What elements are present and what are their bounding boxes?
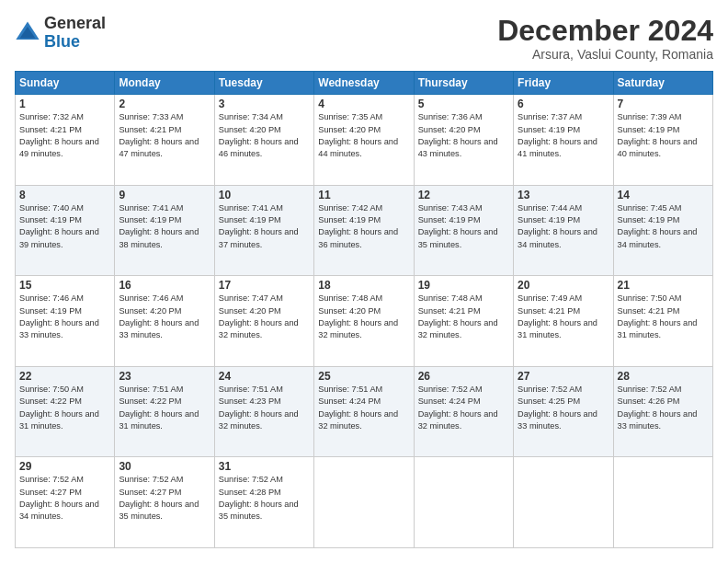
page: General Blue December 2024 Arsura, Vaslu…: [0, 0, 728, 563]
day-number: 7: [618, 98, 709, 110]
day-number: 11: [318, 189, 409, 201]
day-info: Sunrise: 7:41 AMSunset: 4:19 PMDaylight:…: [219, 203, 299, 249]
day-info: Sunrise: 7:40 AMSunset: 4:19 PMDaylight:…: [19, 203, 99, 249]
table-row: 4Sunrise: 7:35 AMSunset: 4:20 PMDaylight…: [314, 95, 414, 186]
day-info: Sunrise: 7:51 AMSunset: 4:22 PMDaylight:…: [119, 385, 199, 431]
table-row: 11Sunrise: 7:42 AMSunset: 4:19 PMDayligh…: [314, 185, 414, 276]
day-number: 15: [19, 279, 110, 292]
day-number: 10: [219, 189, 310, 201]
table-row: 2Sunrise: 7:33 AMSunset: 4:21 PMDaylight…: [115, 95, 214, 186]
calendar-week-row: 8Sunrise: 7:40 AMSunset: 4:19 PMDaylight…: [16, 185, 713, 276]
day-number: 6: [518, 98, 609, 110]
header: General Blue December 2024 Arsura, Vaslu…: [15, 15, 713, 62]
table-row: 9Sunrise: 7:41 AMSunset: 4:19 PMDaylight…: [115, 185, 214, 276]
col-friday: Friday: [514, 72, 613, 95]
day-number: 20: [518, 279, 609, 292]
title-block: December 2024 Arsura, Vaslui County, Rom…: [497, 15, 713, 62]
month-title: December 2024: [497, 15, 713, 47]
day-number: 24: [219, 370, 310, 383]
day-info: Sunrise: 7:35 AMSunset: 4:20 PMDaylight:…: [318, 112, 398, 158]
day-number: 25: [318, 370, 409, 383]
day-info: Sunrise: 7:46 AMSunset: 4:19 PMDaylight:…: [19, 293, 99, 339]
day-info: Sunrise: 7:34 AMSunset: 4:20 PMDaylight:…: [219, 112, 299, 158]
col-tuesday: Tuesday: [214, 72, 313, 95]
table-row: [414, 457, 513, 548]
day-info: Sunrise: 7:52 AMSunset: 4:28 PMDaylight:…: [219, 475, 299, 521]
table-row: 15Sunrise: 7:46 AMSunset: 4:19 PMDayligh…: [16, 276, 115, 367]
day-info: Sunrise: 7:50 AMSunset: 4:22 PMDaylight:…: [19, 385, 99, 431]
table-row: [613, 457, 712, 548]
day-info: Sunrise: 7:52 AMSunset: 4:26 PMDaylight:…: [618, 385, 698, 431]
day-info: Sunrise: 7:46 AMSunset: 4:20 PMDaylight:…: [119, 293, 199, 339]
day-number: 23: [119, 370, 210, 383]
table-row: 6Sunrise: 7:37 AMSunset: 4:19 PMDaylight…: [514, 95, 613, 186]
table-row: 19Sunrise: 7:48 AMSunset: 4:21 PMDayligh…: [414, 276, 513, 367]
table-row: 30Sunrise: 7:52 AMSunset: 4:27 PMDayligh…: [115, 457, 214, 548]
day-info: Sunrise: 7:48 AMSunset: 4:20 PMDaylight:…: [318, 293, 398, 339]
day-info: Sunrise: 7:41 AMSunset: 4:19 PMDaylight:…: [119, 203, 199, 249]
table-row: 22Sunrise: 7:50 AMSunset: 4:22 PMDayligh…: [16, 366, 115, 457]
day-number: 16: [119, 279, 210, 292]
col-sunday: Sunday: [16, 72, 115, 95]
table-row: 28Sunrise: 7:52 AMSunset: 4:26 PMDayligh…: [613, 366, 712, 457]
day-number: 4: [318, 98, 409, 110]
day-info: Sunrise: 7:45 AMSunset: 4:19 PMDaylight:…: [618, 203, 698, 249]
day-info: Sunrise: 7:47 AMSunset: 4:20 PMDaylight:…: [219, 293, 299, 339]
table-row: 10Sunrise: 7:41 AMSunset: 4:19 PMDayligh…: [214, 185, 313, 276]
table-row: [314, 457, 414, 548]
day-number: 17: [219, 279, 310, 292]
day-number: 29: [19, 460, 110, 473]
day-info: Sunrise: 7:43 AMSunset: 4:19 PMDaylight:…: [418, 203, 498, 249]
calendar-week-row: 1Sunrise: 7:32 AMSunset: 4:21 PMDaylight…: [16, 95, 713, 186]
table-row: 16Sunrise: 7:46 AMSunset: 4:20 PMDayligh…: [115, 276, 214, 367]
day-info: Sunrise: 7:42 AMSunset: 4:19 PMDaylight:…: [318, 203, 398, 249]
day-number: 2: [119, 98, 210, 110]
day-number: 22: [19, 370, 110, 383]
day-number: 21: [618, 279, 709, 292]
calendar-week-row: 22Sunrise: 7:50 AMSunset: 4:22 PMDayligh…: [16, 366, 713, 457]
table-row: 24Sunrise: 7:51 AMSunset: 4:23 PMDayligh…: [214, 366, 313, 457]
table-row: 12Sunrise: 7:43 AMSunset: 4:19 PMDayligh…: [414, 185, 513, 276]
day-number: 28: [618, 370, 709, 383]
day-number: 14: [618, 189, 709, 201]
day-info: Sunrise: 7:37 AMSunset: 4:19 PMDaylight:…: [518, 112, 597, 158]
calendar-table: Sunday Monday Tuesday Wednesday Thursday…: [15, 71, 713, 548]
day-info: Sunrise: 7:51 AMSunset: 4:23 PMDaylight:…: [219, 385, 299, 431]
table-row: 20Sunrise: 7:49 AMSunset: 4:21 PMDayligh…: [514, 276, 613, 367]
day-number: 9: [119, 189, 210, 201]
day-number: 30: [119, 460, 210, 473]
logo-icon: [15, 20, 40, 46]
day-number: 3: [219, 98, 310, 110]
table-row: 25Sunrise: 7:51 AMSunset: 4:24 PMDayligh…: [314, 366, 414, 457]
logo-text: General Blue: [44, 15, 106, 52]
day-number: 5: [418, 98, 509, 110]
col-saturday: Saturday: [613, 72, 712, 95]
day-number: 18: [318, 279, 409, 292]
table-row: 18Sunrise: 7:48 AMSunset: 4:20 PMDayligh…: [314, 276, 414, 367]
day-number: 1: [19, 98, 110, 110]
table-row: 14Sunrise: 7:45 AMSunset: 4:19 PMDayligh…: [613, 185, 712, 276]
day-number: 19: [418, 279, 509, 292]
location-subtitle: Arsura, Vaslui County, Romania: [497, 47, 713, 62]
day-info: Sunrise: 7:52 AMSunset: 4:24 PMDaylight:…: [418, 385, 498, 431]
logo-general: General: [44, 15, 106, 33]
table-row: 23Sunrise: 7:51 AMSunset: 4:22 PMDayligh…: [115, 366, 214, 457]
calendar-week-row: 29Sunrise: 7:52 AMSunset: 4:27 PMDayligh…: [16, 457, 713, 548]
day-info: Sunrise: 7:48 AMSunset: 4:21 PMDaylight:…: [418, 293, 498, 339]
table-row: [514, 457, 613, 548]
col-thursday: Thursday: [414, 72, 513, 95]
table-row: 27Sunrise: 7:52 AMSunset: 4:25 PMDayligh…: [514, 366, 613, 457]
day-number: 8: [19, 189, 110, 201]
day-info: Sunrise: 7:51 AMSunset: 4:24 PMDaylight:…: [318, 385, 398, 431]
day-info: Sunrise: 7:32 AMSunset: 4:21 PMDaylight:…: [19, 112, 99, 158]
day-info: Sunrise: 7:39 AMSunset: 4:19 PMDaylight:…: [618, 112, 698, 158]
table-row: 1Sunrise: 7:32 AMSunset: 4:21 PMDaylight…: [16, 95, 115, 186]
day-number: 26: [418, 370, 509, 383]
col-wednesday: Wednesday: [314, 72, 414, 95]
table-row: 13Sunrise: 7:44 AMSunset: 4:19 PMDayligh…: [514, 185, 613, 276]
day-info: Sunrise: 7:52 AMSunset: 4:27 PMDaylight:…: [19, 475, 99, 521]
day-number: 13: [518, 189, 609, 201]
table-row: 26Sunrise: 7:52 AMSunset: 4:24 PMDayligh…: [414, 366, 513, 457]
day-number: 31: [219, 460, 310, 473]
day-info: Sunrise: 7:49 AMSunset: 4:21 PMDaylight:…: [518, 293, 597, 339]
